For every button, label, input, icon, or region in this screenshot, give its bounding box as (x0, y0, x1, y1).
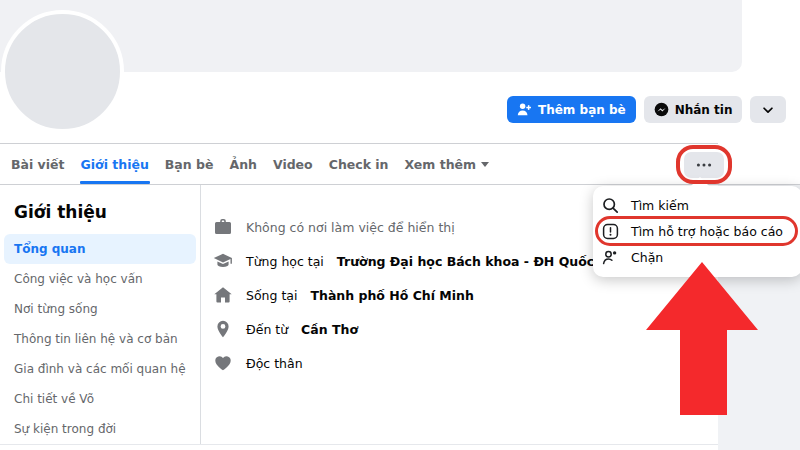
search-icon (602, 197, 619, 214)
tab-friends[interactable]: Bạn bè (164, 144, 215, 184)
detail-row-relationship: Độc thân (213, 346, 677, 380)
menu-item-label: Tìm hỗ trợ hoặc báo cáo (631, 224, 783, 239)
detail-row-current-city: Sống tại Thành phố Hồ Chí Minh (213, 278, 677, 312)
more-options-button[interactable] (684, 152, 724, 178)
hometown-link[interactable]: Cần Thơ (301, 322, 358, 337)
bottom-hairline (0, 444, 718, 445)
ellipsis-icon (696, 163, 712, 167)
messenger-icon (654, 102, 669, 117)
profile-tab-bar: Bài viết Giới thiệu Bạn bè Ảnh Video Che… (10, 144, 504, 184)
house-icon (213, 285, 233, 305)
sidebar-item-details-about[interactable]: Chi tiết về Võ (4, 384, 196, 414)
graduation-cap-icon (213, 251, 233, 271)
detail-row-hometown: Đến từ Cần Thơ (213, 312, 677, 346)
heart-icon (213, 353, 233, 373)
block-user-icon (602, 249, 619, 266)
menu-item-search[interactable]: Tìm kiếm (593, 192, 800, 218)
tab-checkin[interactable]: Check in (328, 144, 390, 184)
current-city-link[interactable]: Thành phố Hồ Chí Minh (310, 288, 473, 303)
message-button[interactable]: Nhắn tin (644, 96, 743, 123)
profile-action-buttons: Thêm bạn bè Nhắn tin (507, 96, 786, 123)
menu-item-report[interactable]: Tìm hỗ trợ hoặc báo cáo (593, 218, 800, 244)
sidebar-item-work-education[interactable]: Công việc và học vấn (4, 264, 196, 294)
about-sidebar-title: Giới thiệu (14, 202, 200, 222)
chevron-down-icon (761, 103, 775, 117)
menu-item-label: Chặn (631, 250, 663, 265)
message-label: Nhắn tin (675, 103, 733, 117)
tab-photos[interactable]: Ảnh (228, 144, 257, 184)
menu-item-label: Tìm kiếm (631, 198, 689, 213)
detail-prefix: Từng học tại (246, 254, 324, 269)
tab-about[interactable]: Giới thiệu (80, 144, 150, 184)
add-friend-icon (517, 102, 532, 117)
detail-prefix: Đến từ (246, 322, 288, 337)
sidebar-item-life-events[interactable]: Sự kiện trong đời (4, 414, 196, 444)
briefcase-icon (213, 217, 233, 237)
tab-posts[interactable]: Bài viết (10, 144, 66, 184)
sidebar-item-family-relationships[interactable]: Gia đình và các mối quan hệ (4, 354, 196, 384)
profile-avatar[interactable] (1, 10, 124, 133)
tab-see-more-label: Xem thêm (405, 157, 477, 172)
menu-item-block[interactable]: Chặn (593, 244, 800, 270)
tab-see-more[interactable]: Xem thêm (404, 144, 491, 184)
report-icon (602, 223, 619, 240)
add-friend-button[interactable]: Thêm bạn bè (507, 96, 636, 123)
sidebar-item-overview[interactable]: Tổng quan (4, 234, 196, 264)
detail-text: Không có nơi làm việc để hiển thị (246, 220, 455, 235)
caret-down-icon (481, 162, 489, 167)
about-sidebar: Giới thiệu Tổng quan Công việc và học vấ… (0, 185, 201, 445)
facebook-profile-about-page: Thêm bạn bè Nhắn tin Bài viết Giới thiệu… (0, 0, 800, 450)
sidebar-item-places-lived[interactable]: Nơi từng sống (4, 294, 196, 324)
add-friend-label: Thêm bạn bè (538, 103, 626, 117)
more-profile-actions-button[interactable] (750, 96, 786, 123)
sidebar-item-contact-basic-info[interactable]: Thông tin liên hệ và cơ bản (4, 324, 196, 354)
more-options-context-menu: Tìm kiếm Tìm hỗ trợ hoặc báo cáo Chặn (593, 186, 800, 277)
detail-text: Độc thân (246, 356, 303, 371)
menu-pointer-notch (690, 177, 710, 187)
location-pin-icon (213, 319, 233, 339)
tab-videos[interactable]: Video (272, 144, 314, 184)
detail-prefix: Sống tại (246, 288, 297, 303)
